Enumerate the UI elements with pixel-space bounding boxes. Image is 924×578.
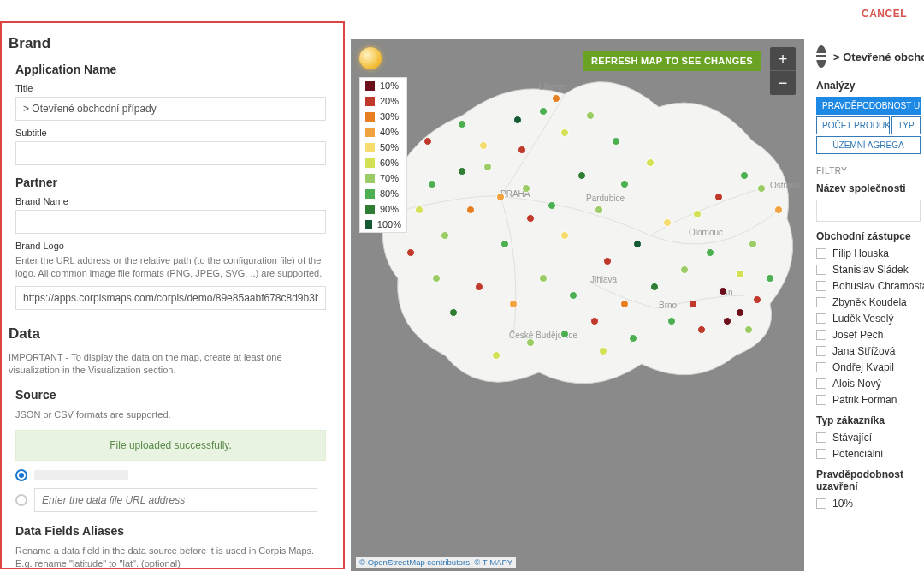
map-point[interactable] [737, 309, 744, 317]
map-point[interactable] [720, 288, 727, 295]
map-point[interactable] [493, 352, 500, 360]
rep-checkbox[interactable]: Alois Nový [816, 378, 921, 390]
rep-checkbox[interactable]: Josef Pech [816, 329, 921, 341]
map-point[interactable] [681, 266, 689, 274]
map-point[interactable] [514, 116, 522, 124]
map-point[interactable] [459, 121, 466, 128]
map-point[interactable] [553, 95, 560, 103]
source-option-url[interactable] [15, 488, 333, 512]
map-point[interactable] [613, 138, 620, 146]
rep-checkbox[interactable]: Filip Houska [816, 247, 921, 259]
rep-checkbox[interactable]: Bohuslav Chramosta [816, 280, 921, 292]
map-point[interactable] [540, 275, 548, 283]
map-point[interactable] [429, 181, 436, 188]
map-point[interactable] [724, 318, 732, 325]
map-canvas[interactable]: PRAHALiberecPardubiceJihlavaČeské Budějo… [351, 39, 804, 571]
map-point[interactable] [570, 292, 578, 300]
cust-type-checkbox[interactable]: Stávající [816, 432, 921, 444]
company-filter-input[interactable] [816, 200, 921, 222]
map-point[interactable] [698, 326, 706, 334]
source-option-file[interactable] [15, 469, 333, 481]
map-point[interactable] [518, 146, 526, 154]
subtitle-input[interactable] [15, 141, 326, 165]
map-point[interactable] [424, 138, 432, 146]
map-point[interactable] [621, 301, 629, 308]
map-point[interactable] [548, 202, 556, 210]
pill-products[interactable]: POČET PRODUKTŮ [816, 116, 890, 134]
map-legend: 10%20%30%40%50%60%70%80%90%100% [359, 77, 407, 233]
map-point[interactable] [501, 241, 509, 248]
map-point[interactable] [578, 172, 586, 180]
zoom-out-button[interactable]: − [770, 71, 796, 95]
map-point[interactable] [540, 108, 548, 116]
pill-territory[interactable]: ÚZEMNÍ AGREGA [816, 136, 921, 154]
brand-heading: Brand [9, 35, 333, 52]
map-point[interactable] [561, 331, 569, 338]
map-point[interactable] [775, 206, 783, 214]
brand-name-input[interactable] [15, 210, 326, 234]
map-point[interactable] [604, 258, 612, 265]
map-point[interactable] [433, 275, 441, 283]
map-point[interactable] [690, 301, 697, 308]
legend-swatch [365, 81, 375, 91]
map-point[interactable] [707, 249, 714, 257]
rep-checkbox[interactable]: Ondřej Kvapil [816, 361, 921, 373]
map-point[interactable] [694, 211, 702, 218]
map-point[interactable] [595, 206, 603, 214]
map-point[interactable] [467, 206, 475, 214]
title-input[interactable] [15, 97, 326, 121]
city-label: Olomouc [689, 228, 723, 237]
map-point[interactable] [441, 232, 449, 240]
pill-type[interactable]: TYP [891, 116, 921, 134]
map-point[interactable] [476, 283, 483, 291]
brand-logo-input[interactable] [15, 286, 326, 310]
map-point[interactable] [668, 318, 676, 325]
cancel-button[interactable]: CANCEL [862, 8, 907, 20]
rep-checkbox[interactable]: Patrik Forman [816, 394, 921, 406]
map-point[interactable] [741, 172, 749, 180]
map-point[interactable] [484, 164, 492, 171]
rep-checkbox[interactable]: Jana Střížová [816, 345, 921, 357]
rep-checkbox[interactable]: Stanislav Sládek [816, 264, 921, 276]
map-point[interactable] [630, 335, 637, 343]
map-point[interactable] [510, 301, 518, 308]
legend-label: 80% [380, 188, 399, 199]
source-url-input[interactable] [34, 488, 317, 512]
map-point[interactable] [664, 219, 672, 227]
map-point[interactable] [767, 275, 774, 283]
map-point[interactable] [561, 129, 569, 137]
rep-checkbox[interactable]: Zbyněk Koudela [816, 296, 921, 308]
map-point[interactable] [523, 185, 530, 193]
map-point[interactable] [745, 326, 753, 334]
prob-checkbox[interactable]: 10% [816, 498, 921, 509]
map-point[interactable] [621, 181, 629, 188]
refresh-map-badge[interactable]: REFRESH MAP TO SEE CHANGES [583, 51, 761, 71]
map-point[interactable] [737, 271, 744, 278]
map-point[interactable] [600, 348, 607, 355]
map-point[interactable] [407, 249, 415, 257]
city-label: Liberec [539, 82, 567, 92]
map-point[interactable] [480, 142, 488, 150]
map-point[interactable] [758, 185, 766, 193]
map-point[interactable] [647, 159, 654, 167]
map-point[interactable] [527, 339, 535, 347]
checkbox-label: Patrik Forman [832, 394, 897, 406]
pill-probability[interactable]: PRAVDĚPODOBNOST UZAVŘ [816, 97, 921, 115]
map-point[interactable] [587, 112, 595, 120]
rep-checkbox[interactable]: Luděk Veselý [816, 313, 921, 325]
map-point[interactable] [749, 241, 757, 248]
map-point[interactable] [459, 168, 466, 176]
map-point[interactable] [497, 194, 505, 201]
map-point[interactable] [715, 194, 723, 201]
map-point[interactable] [634, 241, 642, 248]
menu-icon[interactable] [816, 45, 826, 68]
map-point[interactable] [651, 283, 659, 291]
map-point[interactable] [450, 309, 458, 317]
map-point[interactable] [754, 296, 761, 304]
map-point[interactable] [416, 206, 424, 214]
map-point[interactable] [561, 232, 569, 240]
zoom-in-button[interactable]: + [770, 47, 796, 71]
map-point[interactable] [591, 318, 599, 325]
cust-type-checkbox[interactable]: Potenciální [816, 448, 921, 460]
map-point[interactable] [527, 215, 535, 223]
